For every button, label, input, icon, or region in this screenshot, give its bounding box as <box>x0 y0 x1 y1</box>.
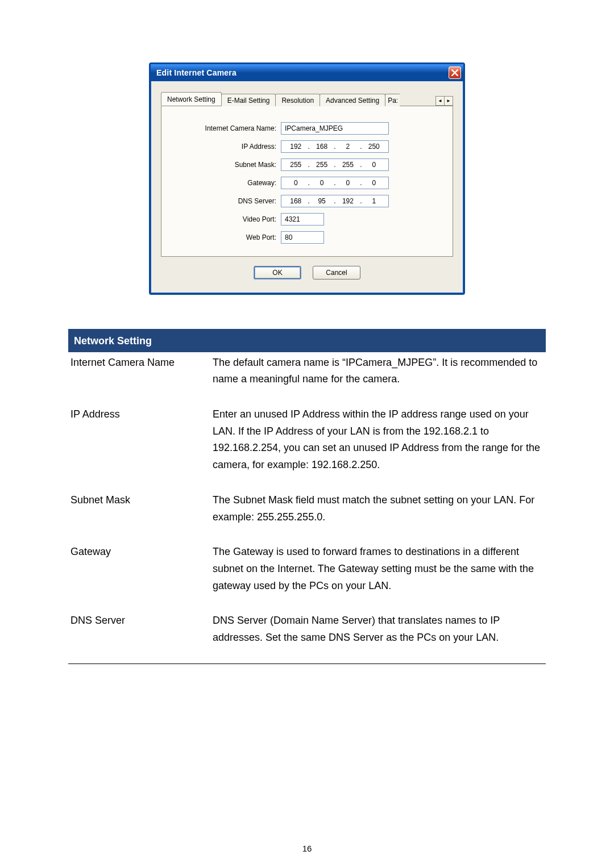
triangle-right-icon: ► <box>446 98 451 103</box>
dns-octet-3[interactable]: 192 <box>337 197 359 205</box>
label-video-port: Video Port: <box>184 215 281 223</box>
subnet-octet-4[interactable]: 0 <box>363 161 385 169</box>
ip-octet-4[interactable]: 250 <box>363 143 385 151</box>
desc-body-gateway: The Gateway is used to forward frames to… <box>213 544 544 594</box>
desc-body-subnet: The Subnet Mask field must match the sub… <box>213 492 544 525</box>
desc-row-dns: DNS Server DNS Server (Domain Name Serve… <box>68 610 546 662</box>
input-web-port[interactable]: 80 <box>281 231 324 244</box>
row-gateway: Gateway: 0. 0. 0. 0 <box>184 177 430 189</box>
desc-body-ip: Enter an unused IP Address within the IP… <box>213 406 544 474</box>
gateway-octet-4[interactable]: 0 <box>363 179 385 187</box>
tab-advanced-setting[interactable]: Advanced Setting <box>320 94 385 106</box>
cancel-button[interactable]: Cancel <box>313 266 360 279</box>
gateway-octet-3[interactable]: 0 <box>337 179 359 187</box>
row-camera-name: Internet Camera Name: IPCamera_MJPEG <box>184 122 430 135</box>
ip-octet-3[interactable]: 2 <box>337 143 359 151</box>
tab-email-setting[interactable]: E-Mail Setting <box>221 94 276 106</box>
subnet-octet-3[interactable]: 255 <box>337 161 359 169</box>
page-number: 16 <box>0 844 614 853</box>
label-dns-server: DNS Server: <box>184 197 281 205</box>
row-subnet-mask: Subnet Mask: 255. 255. 255. 0 <box>184 158 430 171</box>
label-web-port: Web Port: <box>184 233 281 241</box>
label-ip-address: IP Address: <box>184 143 281 151</box>
desc-term-subnet: Subnet Mask <box>70 492 213 525</box>
tab-scroll-right[interactable]: ► <box>444 96 453 106</box>
row-ip-address: IP Address: 192. 168. 2. 250 <box>184 140 430 153</box>
desc-term-camera-name: Internet Camera Name <box>70 354 213 388</box>
label-subnet-mask: Subnet Mask: <box>184 161 281 169</box>
gateway-octet-1[interactable]: 0 <box>285 179 307 187</box>
tab-scroll-left[interactable]: ◄ <box>435 96 445 106</box>
dialog-title: Edit Internet Camera <box>156 68 449 77</box>
close-button[interactable] <box>449 66 461 79</box>
input-gateway[interactable]: 0. 0. 0. 0 <box>281 177 389 189</box>
desc-row-subnet: Subnet Mask The Subnet Mask field must m… <box>68 490 546 541</box>
dialog-body: Network Setting E-Mail Setting Resolutio… <box>151 81 463 293</box>
input-dns-server[interactable]: 168. 95. 192. 1 <box>281 195 389 207</box>
tab-network-setting[interactable]: Network Setting <box>161 92 222 106</box>
desc-row-gateway: Gateway The Gateway is used to forward f… <box>68 541 546 610</box>
dns-octet-4[interactable]: 1 <box>363 197 385 205</box>
tab-row: Network Setting E-Mail Setting Resolutio… <box>161 91 453 106</box>
ip-octet-1[interactable]: 192 <box>285 143 307 151</box>
dns-octet-1[interactable]: 168 <box>285 197 307 205</box>
dialog-screenshot: Edit Internet Camera Network Setting E-M… <box>68 62 546 295</box>
desc-term-ip: IP Address <box>70 406 213 474</box>
settings-description-table: Network Setting Internet Camera Name The… <box>68 329 546 664</box>
label-gateway: Gateway: <box>184 179 281 187</box>
desc-term-dns: DNS Server <box>70 612 213 646</box>
tab-resolution[interactable]: Resolution <box>275 94 320 106</box>
tab-panel-network: Internet Camera Name: IPCamera_MJPEG IP … <box>161 106 453 257</box>
dns-octet-2[interactable]: 95 <box>311 197 333 205</box>
edit-internet-camera-dialog: Edit Internet Camera Network Setting E-M… <box>149 62 465 295</box>
input-ip-address[interactable]: 192. 168. 2. 250 <box>281 140 389 153</box>
ip-octet-2[interactable]: 168 <box>311 143 333 151</box>
dialog-titlebar[interactable]: Edit Internet Camera <box>151 64 463 81</box>
label-camera-name: Internet Camera Name: <box>184 124 281 132</box>
bottom-rule <box>68 663 546 664</box>
row-video-port: Video Port: 4321 <box>184 213 430 226</box>
section-header-network-setting: Network Setting <box>68 331 546 352</box>
tab-scroll-group: ◄ ► <box>436 96 453 106</box>
desc-row-camera-name: Internet Camera Name The default camera … <box>68 352 546 404</box>
triangle-left-icon: ◄ <box>438 98 442 103</box>
dialog-button-row: OK Cancel <box>161 257 453 284</box>
input-video-port[interactable]: 4321 <box>281 213 324 226</box>
ok-button[interactable]: OK <box>254 266 301 279</box>
gateway-octet-2[interactable]: 0 <box>311 179 333 187</box>
desc-body-dns: DNS Server (Domain Name Server) that tra… <box>213 612 544 646</box>
input-camera-name[interactable]: IPCamera_MJPEG <box>281 122 389 135</box>
tab-partial[interactable]: Pa: <box>385 94 400 106</box>
desc-row-ip: IP Address Enter an unused IP Address wi… <box>68 404 546 490</box>
desc-term-gateway: Gateway <box>70 544 213 594</box>
subnet-octet-1[interactable]: 255 <box>285 161 307 169</box>
row-web-port: Web Port: 80 <box>184 231 430 244</box>
subnet-octet-2[interactable]: 255 <box>311 161 333 169</box>
desc-body-camera-name: The default camera name is “IPCamera_MJP… <box>213 354 544 388</box>
row-dns-server: DNS Server: 168. 95. 192. 1 <box>184 195 430 207</box>
input-subnet-mask[interactable]: 255. 255. 255. 0 <box>281 158 389 171</box>
close-icon <box>451 69 458 76</box>
